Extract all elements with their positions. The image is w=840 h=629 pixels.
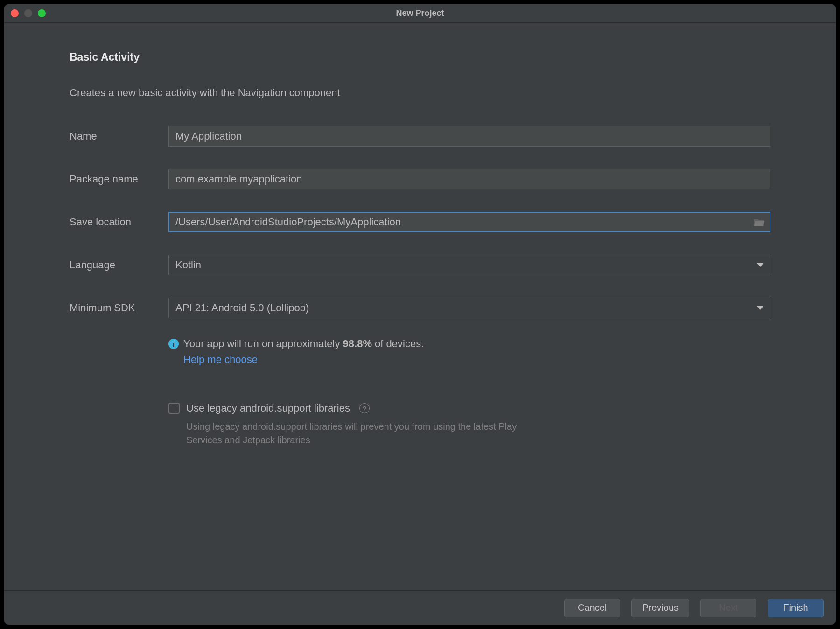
- label-minsdk: Minimum SDK: [70, 302, 168, 314]
- language-select[interactable]: Kotlin: [168, 255, 770, 275]
- legacy-row: Use legacy android.support libraries ?: [168, 402, 770, 414]
- row-language: Language Kotlin: [70, 255, 770, 275]
- minimum-sdk-select[interactable]: API 21: Android 5.0 (Lollipop): [168, 298, 770, 318]
- sdk-coverage-line: i Your app will run on approximately 98.…: [168, 338, 770, 350]
- form: Name Package name Save location: [70, 126, 770, 447]
- close-window-button[interactable]: [11, 9, 19, 17]
- dialog-body: Basic Activity Creates a new basic activ…: [4, 23, 836, 590]
- label-package: Package name: [70, 173, 168, 185]
- legacy-checkbox[interactable]: [168, 403, 180, 414]
- minimize-window-button[interactable]: [24, 9, 32, 17]
- coverage-suffix: of devices.: [372, 338, 424, 349]
- name-input[interactable]: [168, 126, 770, 147]
- legacy-block: Use legacy android.support libraries ? U…: [168, 402, 770, 447]
- row-name: Name: [70, 126, 770, 147]
- browse-folder-icon[interactable]: [754, 217, 765, 227]
- previous-button[interactable]: Previous: [631, 599, 689, 617]
- sdk-info-block: i Your app will run on approximately 98.…: [168, 338, 770, 366]
- help-icon[interactable]: ?: [359, 403, 370, 413]
- coverage-prefix: Your app will run on approximately: [183, 338, 343, 349]
- new-project-window: New Project Basic Activity Creates a new…: [4, 4, 836, 625]
- chevron-down-icon: [757, 306, 763, 310]
- row-package: Package name: [70, 169, 770, 189]
- save-location-input[interactable]: [168, 212, 770, 232]
- titlebar: New Project: [4, 4, 836, 23]
- zoom-window-button[interactable]: [38, 9, 46, 17]
- label-name: Name: [70, 130, 168, 142]
- info-icon: i: [168, 339, 179, 349]
- cancel-button[interactable]: Cancel: [564, 599, 620, 617]
- next-button: Next: [700, 599, 756, 617]
- help-me-choose-link[interactable]: Help me choose: [183, 354, 258, 366]
- page-subtitle: Creates a new basic activity with the Na…: [70, 87, 770, 99]
- row-minsdk: Minimum SDK API 21: Android 5.0 (Lollipo…: [70, 298, 770, 318]
- minimum-sdk-value: API 21: Android 5.0 (Lollipop): [175, 302, 309, 314]
- legacy-label: Use legacy android.support libraries: [186, 402, 350, 414]
- row-location: Save location: [70, 212, 770, 232]
- window-title: New Project: [4, 8, 836, 18]
- label-language: Language: [70, 259, 168, 271]
- legacy-hint: Using legacy android.support libraries w…: [186, 420, 522, 447]
- label-location: Save location: [70, 216, 168, 228]
- coverage-pct: 98.8%: [343, 338, 372, 349]
- chevron-down-icon: [757, 263, 763, 267]
- language-value: Kotlin: [175, 259, 201, 271]
- finish-button[interactable]: Finish: [768, 599, 824, 617]
- window-controls: [11, 9, 46, 17]
- dialog-footer: Cancel Previous Next Finish: [4, 590, 836, 625]
- package-name-input[interactable]: [168, 169, 770, 189]
- page-heading: Basic Activity: [70, 51, 770, 63]
